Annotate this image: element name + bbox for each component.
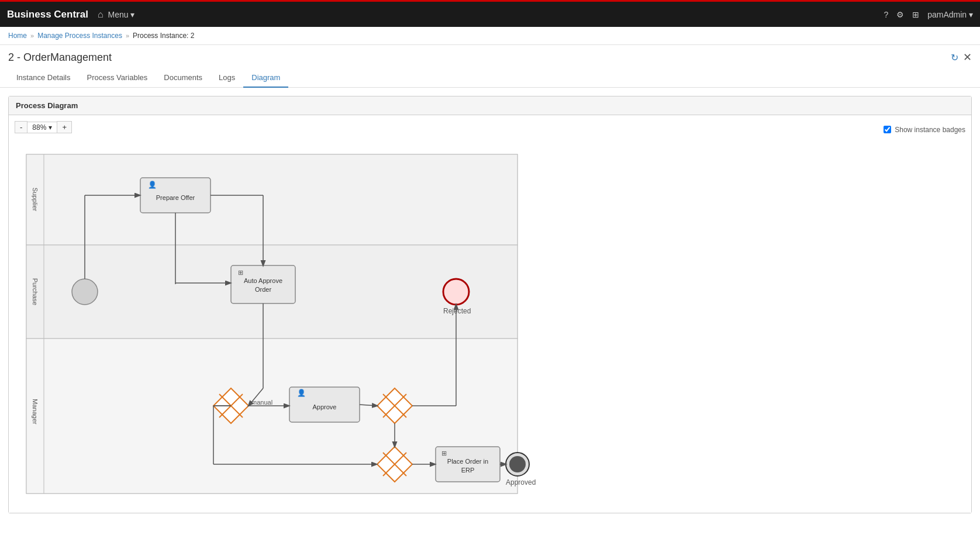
auto-approve-label1: Auto Approve bbox=[244, 277, 282, 284]
breadcrumb-home[interactable]: Home bbox=[8, 32, 27, 40]
place-order-label1: Place Order in bbox=[447, 458, 488, 465]
navbar: Business Central ⌂ Menu ▾ ? ⚙ ⊞ pamAdmin… bbox=[0, 0, 980, 27]
close-button[interactable]: ✕ bbox=[963, 51, 972, 64]
bpmn-diagram: Supplier Purchase Manager 👤 Prepare Offe… bbox=[15, 143, 541, 505]
page-header: 2 - OrderManagement ↻ ✕ bbox=[0, 45, 980, 64]
tabs: Instance Details Process Variables Docum… bbox=[0, 68, 980, 88]
gateway1-manual-label: manual bbox=[251, 399, 272, 406]
rejected-end-event bbox=[443, 279, 469, 305]
zoom-plus-button[interactable]: + bbox=[57, 121, 72, 133]
settings-icon[interactable]: ⚙ bbox=[896, 10, 904, 19]
zoom-minus-button[interactable]: - bbox=[15, 121, 27, 133]
lane-purchase-label: Purchase bbox=[32, 278, 39, 305]
zoom-controls: - 88% ▾ + bbox=[15, 121, 72, 133]
page-title: 2 - OrderManagement bbox=[8, 51, 112, 64]
auto-approve-icon: ⊞ bbox=[238, 269, 243, 276]
process-diagram-panel: Process Diagram - 88% ▾ + Show instance … bbox=[8, 96, 972, 513]
show-badges-control: Show instance badges bbox=[884, 126, 965, 134]
show-badges-checkbox[interactable] bbox=[884, 126, 891, 133]
panel-body: - 88% ▾ + Show instance badges bbox=[9, 115, 971, 513]
tab-documents[interactable]: Documents bbox=[156, 68, 211, 88]
approve-label: Approve bbox=[313, 403, 337, 410]
diagram-container[interactable]: Supplier Purchase Manager 👤 Prepare Offe… bbox=[15, 143, 965, 507]
home-icon[interactable]: ⌂ bbox=[98, 9, 103, 20]
apps-icon[interactable]: ⊞ bbox=[912, 10, 919, 19]
breadcrumb-sep2: » bbox=[126, 32, 129, 39]
lane-manager-label: Manager bbox=[32, 399, 39, 424]
place-order-label2: ERP bbox=[461, 467, 475, 474]
refresh-button[interactable]: ↻ bbox=[951, 52, 958, 63]
lane-supplier-bg bbox=[26, 154, 517, 245]
navbar-right: ? ⚙ ⊞ pamAdmin ▾ bbox=[884, 10, 973, 19]
lane-supplier-label: Supplier bbox=[32, 188, 39, 212]
prepare-offer-user-icon: 👤 bbox=[148, 180, 157, 189]
approved-label: Approved bbox=[506, 478, 536, 486]
breadcrumb-sep1: » bbox=[30, 32, 34, 39]
tab-diagram[interactable]: Diagram bbox=[243, 68, 288, 88]
help-icon[interactable]: ? bbox=[884, 10, 888, 19]
panel-heading: Process Diagram bbox=[9, 96, 971, 115]
approved-end-event-inner bbox=[509, 456, 526, 472]
approve-user-icon: 👤 bbox=[297, 388, 306, 397]
zoom-dropdown-icon[interactable]: ▾ bbox=[49, 123, 52, 132]
show-badges-label: Show instance badges bbox=[895, 126, 965, 134]
zoom-level: 88% bbox=[32, 123, 46, 132]
prepare-offer-label: Prepare Offer bbox=[156, 194, 195, 201]
breadcrumb-manage[interactable]: Manage Process Instances bbox=[37, 32, 122, 40]
tab-process-variables[interactable]: Process Variables bbox=[79, 68, 156, 88]
place-order-icon: ⊞ bbox=[441, 450, 447, 457]
auto-approve-label2: Order bbox=[255, 286, 271, 293]
tab-instance-details[interactable]: Instance Details bbox=[8, 68, 79, 88]
menu-button[interactable]: Menu ▾ bbox=[108, 10, 135, 19]
tab-logs[interactable]: Logs bbox=[211, 68, 243, 88]
zoom-display: 88% ▾ bbox=[27, 122, 57, 133]
user-menu[interactable]: pamAdmin ▾ bbox=[927, 10, 973, 19]
start-event bbox=[72, 279, 98, 305]
breadcrumb: Home » Manage Process Instances » Proces… bbox=[0, 27, 980, 45]
page-actions: ↻ ✕ bbox=[951, 51, 972, 64]
breadcrumb-current: Process Instance: 2 bbox=[133, 32, 194, 40]
brand-title: Business Central bbox=[7, 9, 88, 20]
rejected-label: Rejected bbox=[443, 307, 471, 315]
